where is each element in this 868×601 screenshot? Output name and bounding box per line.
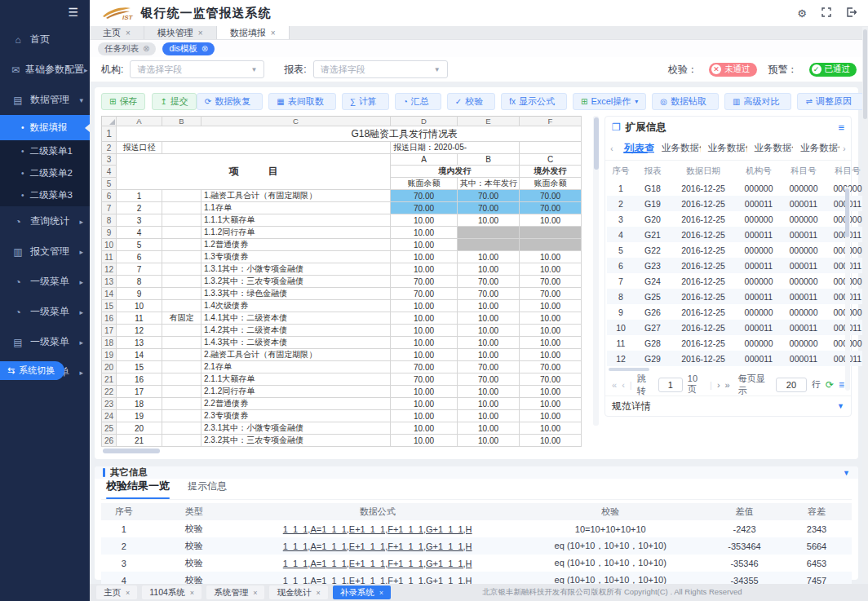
group-cell[interactable] bbox=[162, 263, 202, 276]
close-icon[interactable]: × bbox=[126, 589, 130, 597]
sheet-col-letter[interactable]: E bbox=[458, 117, 520, 126]
value-cell[interactable]: 10.00 bbox=[391, 214, 458, 227]
value-cell[interactable] bbox=[520, 227, 582, 239]
seq-cell[interactable]: 5 bbox=[117, 239, 162, 251]
group-cell[interactable] bbox=[162, 214, 202, 227]
chevron-left-icon[interactable]: ‹ bbox=[607, 144, 617, 153]
panel-tab[interactable]: 业务数据修改 bbox=[747, 142, 794, 154]
settings-gear-icon[interactable]: ⚙ bbox=[797, 8, 807, 19]
window-tab[interactable]: 数据填报 × bbox=[217, 26, 290, 39]
value-cell[interactable]: 10.00 bbox=[520, 263, 582, 276]
group-cell[interactable] bbox=[162, 386, 202, 398]
value-cell[interactable]: 10.00 bbox=[520, 349, 582, 361]
value-cell[interactable]: 70.00 bbox=[391, 361, 458, 373]
seq-cell[interactable]: 7 bbox=[117, 263, 162, 276]
group-cell[interactable] bbox=[162, 349, 202, 361]
last-page-icon[interactable]: » bbox=[725, 380, 730, 390]
item-label-cell[interactable]: 1.融资工具合计（有固定期限） bbox=[202, 190, 391, 202]
value-cell[interactable]: 70.00 bbox=[391, 276, 458, 288]
value-cell[interactable]: 10.00 bbox=[391, 398, 458, 410]
sidebar-item[interactable]: ◔ 查询统计 ▸ bbox=[0, 206, 90, 236]
value-cell[interactable]: 10.00 bbox=[391, 349, 458, 361]
panel-horizontal-scrollbar[interactable] bbox=[609, 368, 848, 372]
value-cell[interactable]: 70.00 bbox=[520, 276, 582, 288]
toolbar-button[interactable]: ✓ 校验 bbox=[447, 93, 495, 110]
item-label-cell[interactable]: 2.1存单 bbox=[202, 361, 391, 373]
group-cell[interactable] bbox=[162, 398, 202, 410]
value-cell[interactable]: 10.00 bbox=[391, 312, 458, 325]
formula-link[interactable]: 1_1_1,A=1_1_1,E+1_1_1,F+1_1_1,G+1_1_1,H bbox=[241, 537, 514, 555]
sheet-row-number[interactable]: 2 bbox=[102, 142, 117, 154]
value-cell[interactable] bbox=[520, 239, 582, 251]
value-cell[interactable]: 70.00 bbox=[520, 190, 582, 202]
value-cell[interactable]: 70.00 bbox=[458, 288, 520, 300]
group-cell[interactable] bbox=[162, 422, 202, 435]
value-cell[interactable]: 10.00 bbox=[458, 263, 520, 276]
result-tab[interactable]: 校验结果一览 bbox=[106, 479, 170, 499]
value-cell[interactable]: 10.00 bbox=[458, 349, 520, 361]
sheet-row-number[interactable]: 7 bbox=[102, 202, 117, 214]
sidebar-item[interactable]: ◔ 一级菜单 ▸ bbox=[0, 267, 90, 297]
toolbar-button[interactable]: ∑ 计算 bbox=[342, 93, 389, 110]
seq-cell[interactable]: 2 bbox=[117, 202, 162, 214]
sheet-horizontal-scrollbar[interactable] bbox=[101, 449, 587, 454]
sidebar-item[interactable]: ▤ 一级菜单 ▸ bbox=[0, 327, 90, 357]
group-cell[interactable] bbox=[162, 251, 202, 263]
sheet-row-number[interactable]: 20 bbox=[102, 361, 117, 373]
value-cell[interactable]: 10.00 bbox=[458, 325, 520, 337]
value-cell[interactable]: 10.00 bbox=[520, 251, 582, 263]
value-cell[interactable]: 10.00 bbox=[458, 251, 520, 263]
footer-tab[interactable]: 补录系统 × bbox=[333, 586, 391, 599]
formula-link[interactable]: 1_1_1,A=1_1_1,E+1_1_1,F+1_1_1,G+1_1_1,H bbox=[241, 555, 514, 572]
item-label-cell[interactable]: 1.1.1大额存单 bbox=[202, 214, 391, 227]
sheet-corner-cell[interactable] bbox=[102, 117, 117, 126]
group-cell[interactable] bbox=[162, 373, 202, 386]
seq-cell[interactable]: 14 bbox=[117, 349, 162, 361]
domestic-header-cell[interactable]: 境内发行 bbox=[391, 166, 520, 178]
toolbar-button[interactable]: ⊞ Excel操作 ▾ bbox=[573, 93, 646, 110]
group-cell[interactable] bbox=[162, 435, 202, 447]
spec-detail-section[interactable]: 规范详情 ▼ bbox=[605, 396, 851, 416]
value-cell[interactable]: 70.00 bbox=[520, 202, 582, 214]
close-icon[interactable]: × bbox=[379, 589, 383, 597]
close-icon[interactable]: × bbox=[190, 589, 194, 597]
value-cell[interactable]: 10.00 bbox=[391, 410, 458, 422]
chevron-right-icon[interactable]: › bbox=[839, 144, 849, 153]
seq-cell[interactable]: 19 bbox=[117, 410, 162, 422]
seq-cell[interactable]: 11 bbox=[117, 312, 162, 325]
sheet-cell[interactable] bbox=[162, 142, 391, 154]
panel-table-row[interactable]: 6 G23 2016-12-25 000011 000011 000011 bbox=[607, 258, 868, 273]
page-scrollbar[interactable] bbox=[862, 27, 868, 583]
group-cell[interactable]: 有固定 bbox=[162, 312, 202, 325]
sheet-row-number[interactable]: 12 bbox=[102, 263, 117, 276]
value-cell[interactable]: 10.00 bbox=[391, 337, 458, 349]
sidebar-item[interactable]: ▤ 数据管理 ▾ bbox=[0, 85, 90, 115]
chevron-down-icon[interactable]: ▼ bbox=[837, 402, 844, 410]
panel-table-row[interactable]: 3 G20 2016-12-25 000000 000000 000000 bbox=[607, 211, 868, 227]
panel-table-row[interactable]: 2 G19 2016-12-25 000011 000011 000011 bbox=[607, 196, 868, 211]
sidebar-item[interactable]: ✉ 基础参数配置 ▸ bbox=[0, 55, 90, 85]
value-cell[interactable]: 10.00 bbox=[391, 325, 458, 337]
seq-cell[interactable]: 21 bbox=[117, 435, 162, 447]
first-page-icon[interactable]: « bbox=[612, 380, 617, 390]
value-cell[interactable]: 10.00 bbox=[458, 435, 520, 447]
value-cell[interactable]: 10.00 bbox=[458, 312, 520, 325]
group-cell[interactable] bbox=[162, 239, 202, 251]
overseas-header-cell[interactable]: 境外发行 bbox=[520, 166, 582, 178]
sheet-row-number[interactable]: 16 bbox=[102, 312, 117, 325]
item-label-cell[interactable]: 1.4.1其中：二级资本债 bbox=[202, 312, 391, 325]
sidebar-subitem[interactable]: • 二级菜单1 bbox=[0, 140, 90, 162]
sheet-row-number[interactable]: 18 bbox=[102, 337, 117, 349]
sheet-col-letter[interactable]: C bbox=[202, 117, 391, 126]
seq-cell[interactable]: 10 bbox=[117, 300, 162, 312]
sheet-row-number[interactable]: 21 bbox=[102, 373, 117, 386]
prev-page-icon[interactable]: ‹ bbox=[622, 380, 625, 390]
toolbar-button[interactable]: ◎ 数据钻取 bbox=[652, 93, 719, 110]
value-cell[interactable]: 10.00 bbox=[520, 410, 582, 422]
window-tab[interactable]: 主页 × bbox=[90, 26, 144, 39]
value-cell[interactable]: 10.00 bbox=[458, 422, 520, 435]
toolbar-button[interactable]: ↥ 提交 bbox=[152, 93, 196, 110]
panel-table-row[interactable]: 7 G24 2016-12-25 000000 000000 000000 bbox=[607, 273, 868, 289]
value-cell[interactable]: 10.00 bbox=[458, 300, 520, 312]
item-label-cell[interactable]: 1.3.1其中：小微专项金融债 bbox=[202, 263, 391, 276]
